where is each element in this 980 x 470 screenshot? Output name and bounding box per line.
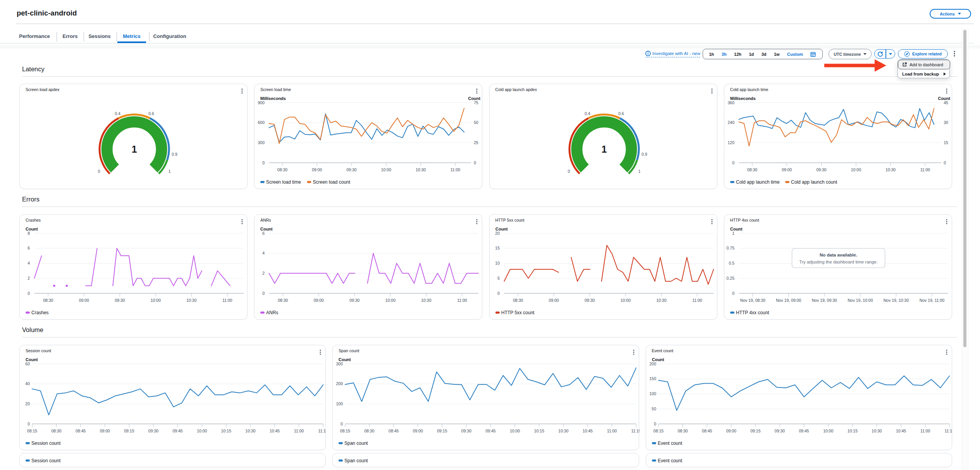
svg-text:50: 50: [474, 121, 478, 125]
svg-text:10:00: 10:00: [197, 429, 207, 433]
svg-text:Count: Count: [26, 227, 38, 231]
svg-text:09:45: 09:45: [486, 429, 496, 433]
svg-text:08:45: 08:45: [76, 429, 86, 433]
svg-text:08:30: 08:30: [51, 429, 61, 433]
svg-text:Span count: Span count: [344, 441, 368, 446]
svg-text:10:30: 10:30: [416, 168, 426, 172]
svg-text:300: 300: [258, 141, 265, 145]
svg-text:50: 50: [652, 407, 656, 411]
svg-text:10:30: 10:30: [885, 168, 896, 172]
svg-text:08:45: 08:45: [389, 429, 399, 433]
svg-text:10:15: 10:15: [221, 429, 231, 433]
svg-text:240: 240: [727, 121, 734, 125]
svg-text:11:15: 11:15: [944, 429, 952, 433]
svg-text:10:30: 10:30: [656, 298, 666, 303]
svg-text:Nov 19, 08:30: Nov 19, 08:30: [740, 298, 765, 303]
svg-text:Nov 19, 09:00: Nov 19, 09:00: [776, 298, 801, 303]
svg-text:Milliseconds: Milliseconds: [260, 96, 286, 101]
svg-text:2: 2: [262, 271, 265, 275]
svg-text:Nov 19, 09:30: Nov 19, 09:30: [812, 298, 837, 303]
svg-text:09:00: 09:00: [312, 168, 322, 172]
svg-text:4: 4: [262, 251, 265, 256]
svg-text:Count: Count: [730, 227, 743, 231]
svg-text:HTTP 4xx count: HTTP 4xx count: [736, 310, 769, 315]
svg-text:08:15: 08:15: [27, 429, 37, 433]
svg-text:100: 100: [336, 402, 343, 406]
svg-text:09:00: 09:00: [782, 168, 792, 172]
svg-text:0: 0: [654, 422, 656, 426]
svg-text:11:15: 11:15: [318, 429, 327, 433]
svg-text:09:30: 09:30: [816, 168, 826, 172]
svg-text:09:30: 09:30: [148, 429, 158, 433]
svg-text:Nov 19, 11:00: Nov 19, 11:00: [919, 298, 944, 303]
svg-text:0.75: 0.75: [726, 246, 734, 251]
svg-text:0.9: 0.9: [172, 152, 177, 157]
svg-text:09:15: 09:15: [750, 429, 760, 433]
svg-text:09:30: 09:30: [115, 298, 125, 303]
svg-text:Crashes: Crashes: [31, 310, 49, 315]
svg-text:20: 20: [495, 231, 500, 236]
svg-text:1: 1: [732, 231, 734, 236]
svg-text:10:00: 10:00: [851, 168, 861, 172]
svg-text:30: 30: [944, 121, 948, 125]
svg-text:11:00: 11:00: [222, 298, 232, 303]
svg-text:0: 0: [732, 161, 734, 165]
svg-text:45: 45: [944, 101, 948, 105]
svg-text:1: 1: [132, 144, 137, 155]
svg-text:0: 0: [944, 161, 946, 165]
svg-text:15: 15: [495, 246, 500, 251]
svg-text:Session count: Session count: [31, 458, 61, 463]
svg-text:08:45: 08:45: [702, 429, 712, 433]
svg-text:09:30: 09:30: [461, 429, 471, 433]
svg-text:5: 5: [497, 276, 500, 281]
svg-text:09:00: 09:00: [726, 429, 736, 433]
svg-text:08:30: 08:30: [43, 298, 53, 303]
svg-text:08:30: 08:30: [277, 168, 287, 172]
svg-text:0: 0: [262, 161, 265, 165]
svg-text:09:30: 09:30: [349, 298, 359, 303]
svg-text:08:30: 08:30: [364, 429, 375, 433]
svg-text:4: 4: [28, 261, 30, 265]
svg-text:0.4: 0.4: [115, 112, 120, 116]
svg-text:1: 1: [638, 169, 640, 174]
svg-text:10:15: 10:15: [847, 429, 857, 433]
svg-text:11:00: 11:00: [294, 429, 304, 433]
svg-text:900: 900: [258, 101, 265, 105]
svg-text:Count: Count: [260, 227, 273, 231]
svg-text:15: 15: [944, 141, 948, 145]
svg-text:Screen load time: Screen load time: [266, 179, 301, 185]
svg-text:Event count: Event count: [658, 458, 683, 463]
svg-text:10:00: 10:00: [381, 168, 391, 172]
svg-text:0: 0: [262, 291, 265, 296]
svg-text:09:00: 09:00: [100, 429, 110, 433]
svg-text:0: 0: [28, 291, 30, 296]
svg-text:0.4: 0.4: [585, 112, 590, 116]
svg-text:Cold app launch count: Cold app launch count: [791, 179, 837, 185]
svg-text:0: 0: [732, 291, 734, 296]
svg-text:Screen load count: Screen load count: [313, 179, 351, 185]
svg-text:08:30: 08:30: [513, 298, 523, 303]
svg-text:10: 10: [495, 261, 500, 265]
svg-text:10:15: 10:15: [534, 429, 544, 433]
svg-text:09:00: 09:00: [548, 298, 559, 303]
svg-text:200: 200: [336, 382, 343, 386]
svg-text:0.6: 0.6: [618, 112, 624, 116]
svg-text:Milliseconds: Milliseconds: [730, 96, 756, 101]
svg-text:Nov 19, 10:30: Nov 19, 10:30: [884, 298, 909, 303]
svg-text:1: 1: [168, 169, 171, 174]
svg-text:6: 6: [28, 246, 30, 251]
svg-text:0: 0: [340, 422, 343, 426]
svg-text:0: 0: [567, 169, 570, 174]
svg-text:No data available.: No data available.: [820, 253, 857, 257]
svg-text:Count: Count: [468, 96, 481, 101]
svg-text:Count: Count: [339, 357, 351, 362]
svg-text:25: 25: [474, 141, 478, 145]
svg-text:8: 8: [28, 231, 30, 236]
svg-text:10:30: 10:30: [559, 429, 569, 433]
svg-text:Event count: Event count: [658, 441, 683, 446]
svg-text:10:30: 10:30: [872, 429, 882, 433]
svg-text:120: 120: [727, 141, 734, 145]
svg-text:40: 40: [25, 382, 30, 386]
svg-text:Session count: Session count: [31, 441, 61, 446]
svg-text:09:15: 09:15: [437, 429, 447, 433]
